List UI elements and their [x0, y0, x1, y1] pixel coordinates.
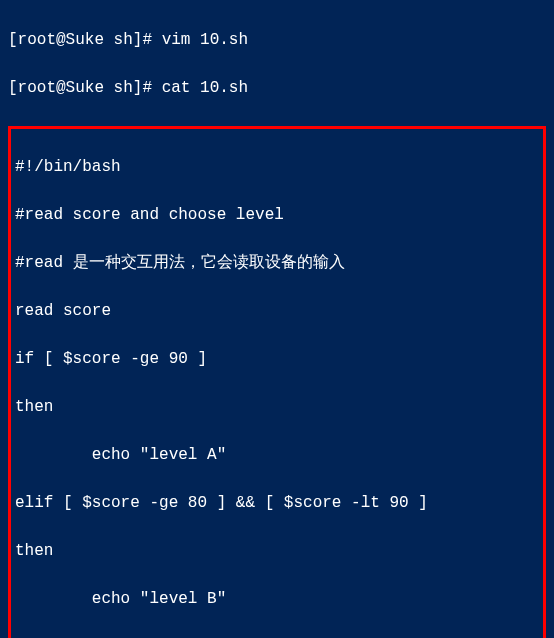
script-line: elif [ $score -ge 80 ] && [ $score -lt 9…: [15, 491, 539, 515]
highlighted-script-box: #!/bin/bash #read score and choose level…: [8, 126, 546, 638]
script-line: echo "level B": [15, 587, 539, 611]
script-line: echo "level A": [15, 443, 539, 467]
prompt-line: [root@Suke sh]# vim 10.sh: [8, 28, 546, 52]
terminal-window[interactable]: [root@Suke sh]# vim 10.sh [root@Suke sh]…: [0, 0, 554, 638]
prompt-line: [root@Suke sh]# cat 10.sh: [8, 76, 546, 100]
script-line: read score: [15, 299, 539, 323]
script-line: then: [15, 539, 539, 563]
script-line: #read 是一种交互用法，它会读取设备的输入: [15, 251, 539, 275]
script-line: if [ $score -ge 90 ]: [15, 347, 539, 371]
script-line: then: [15, 395, 539, 419]
script-line: #!/bin/bash: [15, 155, 539, 179]
script-line: #read score and choose level: [15, 203, 539, 227]
